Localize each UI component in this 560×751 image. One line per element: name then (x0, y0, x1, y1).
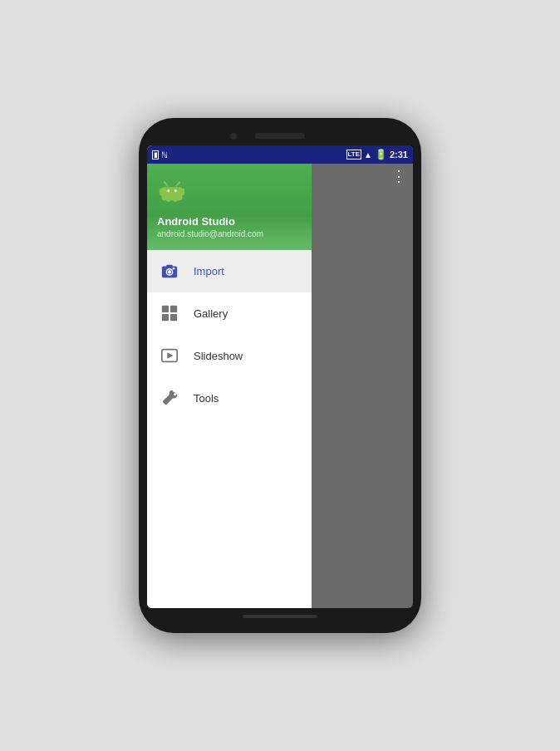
gallery-label: Gallery (194, 307, 228, 320)
svg-rect-20 (166, 265, 172, 268)
battery-icon: 🔋 (375, 149, 387, 160)
nav-item-tools[interactable]: Tools (147, 377, 312, 420)
status-time: 2:31 (390, 150, 408, 160)
android-notification-icon: ℕ (161, 150, 168, 160)
nav-item-slideshow[interactable]: Slideshow (147, 335, 312, 377)
sim-icon: ▮ (152, 150, 159, 160)
home-bar[interactable] (243, 615, 317, 618)
tools-label: Tools (194, 392, 219, 405)
svg-rect-14 (162, 187, 182, 200)
phone-speaker (255, 133, 305, 139)
nav-list: Import Gallery (147, 250, 312, 608)
nav-drawer: ▮ ℕ (147, 145, 312, 608)
signal-icon: ▲ (364, 150, 372, 160)
android-logo (157, 175, 187, 205)
nav-item-gallery[interactable]: Gallery (147, 292, 312, 335)
svg-rect-23 (170, 306, 177, 312)
profile-header: Android Studio android.studio@android.co… (147, 164, 312, 250)
svg-rect-24 (162, 314, 169, 321)
svg-rect-21 (173, 268, 175, 269)
front-camera (230, 133, 237, 140)
svg-point-11 (164, 181, 166, 184)
profile-name: Android Studio (157, 215, 302, 228)
lte-icon: LTE (346, 150, 362, 160)
svg-rect-22 (162, 306, 169, 312)
svg-point-16 (174, 189, 177, 192)
profile-email: android.studio@android.com (157, 229, 302, 238)
svg-marker-27 (167, 352, 173, 358)
overflow-menu-button[interactable]: ⋮ (391, 169, 406, 184)
status-bar-left: ▮ ℕ (152, 150, 168, 160)
slideshow-label: Slideshow (194, 350, 243, 362)
wrench-icon (159, 387, 180, 409)
gallery-icon (159, 302, 180, 324)
slideshow-icon (159, 345, 180, 366)
import-label: Import (194, 265, 224, 277)
main-content: LTE ▲ 🔋 2:31 ⋮ (312, 145, 413, 608)
phone-device: ▮ ℕ (139, 118, 421, 633)
svg-point-15 (167, 189, 169, 192)
status-bar-right: LTE ▲ 🔋 2:31 (312, 145, 413, 164)
status-bar: ▮ ℕ (147, 145, 312, 164)
phone-screen: ▮ ℕ (147, 145, 413, 608)
svg-point-12 (178, 181, 180, 184)
svg-point-19 (168, 270, 171, 273)
nav-item-import[interactable]: Import (147, 250, 312, 292)
svg-rect-25 (170, 314, 177, 321)
camera-icon (159, 260, 180, 282)
